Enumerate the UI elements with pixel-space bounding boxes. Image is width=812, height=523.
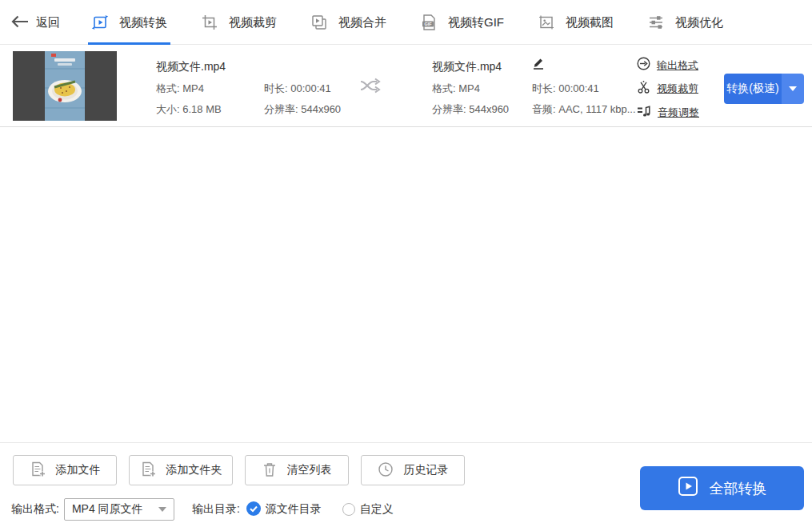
action-label: 输出格式: [657, 58, 698, 73]
tab-label: 视频优化: [675, 15, 723, 30]
action-label: 视频裁剪: [657, 82, 698, 96]
convert-button[interactable]: 转换(极速): [724, 74, 782, 104]
source-format: 格式: MP4: [156, 82, 204, 96]
source-filename: 视频文件.mp4: [156, 60, 226, 74]
tab-label: 视频合并: [338, 15, 386, 30]
source-resolution: 分辨率: 544x960: [264, 102, 341, 117]
video-thumbnail: [13, 51, 117, 121]
tab-label: 视频裁剪: [229, 15, 277, 30]
convert-dropdown-button[interactable]: [782, 74, 804, 104]
toolbar: 添加文件 添加文件夹: [13, 455, 465, 485]
output-audio: 音频: AAC, 1117 kbp...: [532, 102, 636, 117]
button-label: 清空列表: [287, 463, 332, 477]
audio-adjust-link[interactable]: 音频调整: [637, 105, 699, 121]
shuffle-icon: [358, 75, 382, 99]
video-converter-window: 返回 视频转换: [0, 0, 812, 523]
tab-video-optimize[interactable]: 视频优化: [644, 0, 726, 45]
back-button[interactable]: 返回: [11, 0, 60, 45]
select-arrow-icon: [158, 507, 166, 512]
bottom-bar: 添加文件 添加文件夹: [0, 442, 812, 523]
history-button[interactable]: 历史记录: [361, 455, 465, 485]
output-format-select[interactable]: MP4 同原文件: [64, 498, 174, 521]
audio-adjust-icon: [637, 105, 651, 121]
clear-list-button[interactable]: 清空列表: [245, 455, 349, 485]
back-label: 返回: [36, 15, 60, 30]
clear-list-icon: [262, 461, 277, 480]
output-format-icon: [637, 57, 650, 74]
radio-label: 自定义: [360, 502, 394, 517]
video-gif-icon: GIF: [420, 14, 438, 31]
output-dir-label: 输出目录:: [192, 502, 240, 517]
tab-video-convert[interactable]: 视频转换: [88, 0, 170, 45]
video-merge-icon: [310, 14, 328, 31]
action-label: 音频调整: [658, 106, 699, 120]
tab-video-to-gif[interactable]: GIF 视频转GIF: [417, 0, 507, 45]
convert-all-label: 全部转换: [710, 479, 767, 498]
source-size: 大小: 6.18 MB: [156, 102, 222, 117]
video-crop-tab-icon: [201, 14, 218, 31]
dropdown-arrow-icon: [789, 86, 797, 91]
radio-unchecked-icon: [342, 503, 355, 516]
convert-all-button[interactable]: 全部转换: [640, 466, 804, 510]
output-settings-row: 输出格式: MP4 同原文件 输出目录: 源文件目录 自定义: [11, 498, 414, 521]
add-folder-icon: [140, 461, 156, 480]
add-file-button[interactable]: 添加文件: [13, 455, 117, 485]
output-format: 格式: MP4: [432, 82, 480, 96]
video-screenshot-icon: [538, 14, 555, 31]
edit-icon[interactable]: [532, 57, 544, 74]
output-format-value: MP4 同原文件: [72, 502, 143, 517]
button-label: 添加文件夹: [166, 463, 222, 477]
top-nav: 返回 视频转换: [0, 0, 812, 45]
video-optimize-icon: [647, 14, 665, 31]
tab-video-merge[interactable]: 视频合并: [307, 0, 390, 45]
radio-checked-icon: [246, 501, 261, 518]
tab-label: 视频转换: [119, 15, 167, 30]
history-icon: [378, 461, 394, 480]
add-file-icon: [30, 461, 46, 480]
radio-label: 源文件目录: [266, 502, 322, 517]
convert-split-button: 转换(极速): [724, 74, 804, 104]
button-label: 历史记录: [404, 463, 449, 477]
video-convert-icon: [91, 14, 109, 31]
output-resolution: 分辨率: 544x960: [432, 102, 509, 117]
svg-text:GIF: GIF: [424, 22, 432, 26]
tab-bar: 视频转换 视频裁剪: [88, 0, 726, 45]
tab-label: 视频截图: [566, 15, 614, 30]
output-format-link[interactable]: 输出格式: [637, 57, 698, 74]
video-crop-link[interactable]: 视频裁剪: [637, 81, 698, 97]
file-row: 视频文件.mp4 格式: MP4 时长: 00:00:41 大小: 6.18 M…: [0, 46, 812, 127]
tab-video-screenshot[interactable]: 视频截图: [534, 0, 617, 45]
source-duration: 时长: 00:00:41: [264, 82, 331, 96]
add-folder-button[interactable]: 添加文件夹: [129, 455, 233, 485]
tab-label: 视频转GIF: [448, 15, 504, 30]
output-filename: 视频文件.mp4: [432, 60, 502, 74]
tab-video-crop[interactable]: 视频裁剪: [198, 0, 280, 45]
back-arrow-icon: [11, 15, 29, 30]
video-crop-action-icon: [637, 81, 650, 97]
radio-custom-dir[interactable]: 自定义: [342, 502, 394, 517]
output-format-label: 输出格式:: [11, 502, 59, 517]
radio-source-dir[interactable]: 源文件目录: [246, 501, 322, 518]
convert-all-icon: [678, 476, 698, 501]
button-label: 添加文件: [56, 463, 101, 477]
output-duration: 时长: 00:00:41: [532, 82, 599, 96]
